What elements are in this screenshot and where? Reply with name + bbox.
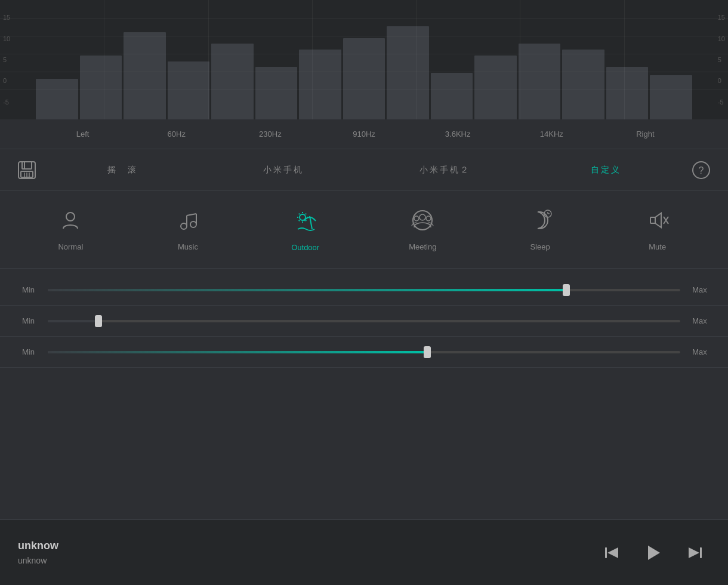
- svg-line-22: [306, 213, 306, 214]
- help-icon: ?: [690, 159, 712, 181]
- eq-col-group: [80, 3, 122, 119]
- preset-row: 摇 滚 小米手机 小米手机２ 自定义 ?: [0, 149, 728, 191]
- outdoor-icon: [293, 208, 318, 236]
- preset-xiaomi2[interactable]: 小米手机２: [364, 165, 525, 176]
- freq-label-left: Left: [36, 130, 129, 138]
- mode-normal[interactable]: Normal: [12, 208, 129, 251]
- eq-col-group: [255, 3, 298, 119]
- eq-bar: [168, 61, 210, 120]
- next-icon: [686, 544, 704, 562]
- eq-col-group: [562, 3, 604, 119]
- eq-bar: [387, 26, 429, 119]
- svg-rect-1: [22, 162, 32, 169]
- freq-label-3k6hz: 3.6KHz: [411, 130, 505, 138]
- preset-rock[interactable]: 摇 滚: [42, 165, 203, 176]
- prev-button[interactable]: [597, 538, 627, 568]
- slider3-fill: [48, 351, 427, 353]
- player-info: unknow unknow: [18, 540, 597, 565]
- slider2-fill: [48, 320, 98, 322]
- eq-bar: [211, 44, 254, 119]
- svg-marker-39: [689, 547, 699, 558]
- svg-point-9: [66, 213, 75, 221]
- mute-icon: [646, 208, 670, 235]
- next-button[interactable]: [680, 538, 710, 568]
- preset-custom[interactable]: 自定义: [525, 165, 686, 176]
- slider1-thumb[interactable]: [563, 284, 570, 296]
- slider-row-2: Min Max: [0, 306, 728, 337]
- eq-bar: [606, 67, 649, 119]
- freq-label-60hz: 60Hz: [129, 130, 223, 138]
- mode-outdoor[interactable]: Outdoor: [246, 208, 364, 252]
- svg-rect-32: [650, 217, 655, 223]
- eq-bar: [255, 67, 298, 119]
- mode-meeting-label: Meeting: [409, 242, 436, 251]
- eq-col-group: [519, 3, 561, 119]
- svg-point-11: [190, 221, 196, 227]
- freq-label-14khz: 14KHz: [505, 130, 599, 138]
- eq-scale-num-r: 15: [718, 14, 725, 21]
- eq-bar: [124, 32, 166, 119]
- slider-row-1: Min Max: [0, 275, 728, 306]
- eq-bar: [343, 38, 385, 120]
- slider2-max-label: Max: [689, 316, 710, 325]
- eq-bar: [562, 50, 604, 119]
- player-controls: [597, 538, 710, 568]
- mode-music-label: Music: [178, 242, 198, 251]
- mode-sleep[interactable]: Sleep: [482, 208, 599, 251]
- svg-line-20: [298, 213, 299, 214]
- svg-marker-36: [607, 547, 618, 558]
- eq-col-group: [211, 3, 254, 119]
- svg-point-26: [419, 214, 425, 220]
- svg-line-21: [306, 220, 306, 220]
- player-title: unknow: [18, 540, 597, 552]
- freq-labels-row: Left 60Hz 230Hz 910Hz 3.6KHz 14KHz Right: [0, 119, 728, 149]
- slider3-thumb[interactable]: [424, 346, 431, 358]
- eq-col-group: [387, 3, 429, 119]
- eq-col-group: [168, 3, 210, 119]
- mode-mute[interactable]: Mute: [599, 208, 716, 251]
- save-icon: [16, 159, 38, 181]
- eq-scale-num: 15: [3, 14, 10, 21]
- eq-bars-container: [0, 0, 728, 119]
- eq-scale-num: 0: [3, 77, 10, 84]
- save-preset-button[interactable]: [12, 155, 42, 185]
- player-artist: unknow: [18, 556, 597, 565]
- play-button[interactable]: [638, 538, 668, 568]
- eq-bar: [474, 56, 517, 119]
- music-icon: [176, 208, 200, 235]
- slider3-min-label: Min: [18, 347, 39, 356]
- slider2-thumb[interactable]: [95, 315, 102, 327]
- slider1-track[interactable]: [48, 288, 680, 292]
- slider2-track[interactable]: [48, 319, 680, 323]
- slider3-track[interactable]: [48, 350, 680, 354]
- preset-xiaomi1[interactable]: 小米手机: [203, 165, 364, 176]
- slider1-min-label: Min: [18, 285, 39, 294]
- eq-scale-num-r: 5: [718, 56, 725, 63]
- eq-col-group: [36, 3, 78, 119]
- eq-bar: [431, 73, 473, 119]
- svg-text:?: ?: [699, 165, 704, 176]
- eq-scale-num: 5: [3, 56, 10, 63]
- mode-music[interactable]: Music: [129, 208, 247, 251]
- mode-row: Normal Music: [0, 191, 728, 269]
- eq-bar: [519, 44, 561, 119]
- eq-col-group: [299, 3, 341, 119]
- mode-mute-label: Mute: [649, 242, 666, 251]
- slider2-min-label: Min: [18, 316, 39, 325]
- help-button[interactable]: ?: [686, 155, 716, 185]
- eq-col-group: [124, 3, 166, 119]
- svg-marker-37: [648, 546, 660, 560]
- freq-label-right: Right: [599, 130, 692, 138]
- eq-col-group: [474, 3, 517, 119]
- eq-bar: [299, 50, 341, 119]
- svg-rect-38: [700, 547, 702, 558]
- person-icon: [58, 208, 82, 235]
- mode-normal-label: Normal: [58, 242, 83, 251]
- eq-scale-num-r: -5: [718, 98, 725, 106]
- eq-scale-num-r: 10: [718, 35, 725, 42]
- sleep-icon: [528, 208, 552, 235]
- eq-scale-right: 15 10 5 0 -5: [718, 0, 725, 119]
- slider1-max-label: Max: [689, 285, 710, 294]
- mode-meeting[interactable]: Meeting: [364, 208, 482, 251]
- eq-col-group: [343, 3, 385, 119]
